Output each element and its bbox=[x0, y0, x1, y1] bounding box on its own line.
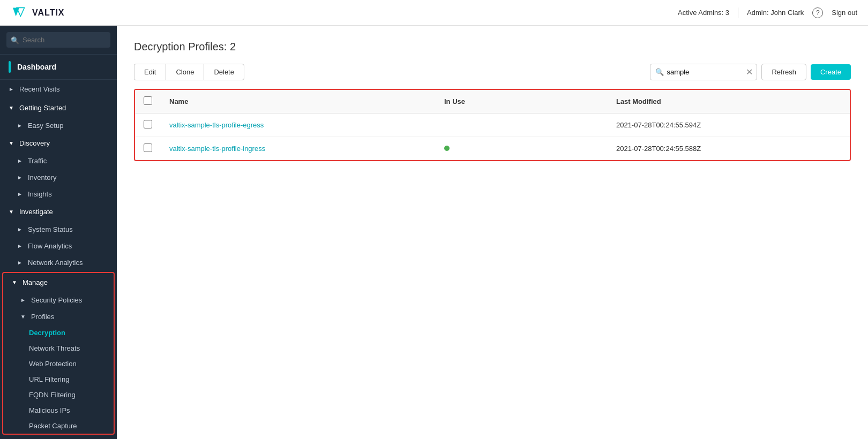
sidebar-item-manage[interactable]: ▼ Manage bbox=[3, 273, 114, 292]
chevron-right-icon: ► bbox=[17, 243, 23, 249]
row-checkbox-1[interactable] bbox=[144, 143, 152, 152]
manage-label: Manage bbox=[23, 278, 48, 286]
sidebar-item-traffic[interactable]: ► Traffic bbox=[0, 153, 117, 169]
web-protection-label: Web Protection bbox=[29, 360, 77, 368]
sidebar-item-log-forwarding[interactable]: Log Forwarding bbox=[0, 436, 117, 439]
col-header-name: Name bbox=[161, 90, 436, 113]
search-clear-button[interactable]: ✕ bbox=[746, 68, 753, 77]
sidebar-item-decryption[interactable]: Decryption bbox=[3, 325, 114, 340]
traffic-label: Traffic bbox=[28, 157, 47, 165]
dashboard-indicator bbox=[9, 61, 11, 73]
sidebar-item-system-status[interactable]: ► System Status bbox=[0, 221, 117, 238]
chevron-right-icon: ► bbox=[17, 191, 23, 197]
dashboard-label: Dashboard bbox=[17, 63, 56, 71]
search-input[interactable] bbox=[6, 32, 110, 48]
chevron-right-icon: ► bbox=[9, 86, 14, 92]
url-filtering-label: URL Filtering bbox=[29, 375, 69, 383]
select-all-header bbox=[135, 90, 161, 113]
fqdn-filtering-label: FQDN Filtering bbox=[29, 391, 76, 399]
logo-text: VALTIX bbox=[32, 8, 65, 18]
sidebar-item-network-analytics[interactable]: ► Network Analytics bbox=[0, 254, 117, 271]
chevron-right-icon: ► bbox=[17, 260, 23, 266]
sidebar-item-malicious-ips[interactable]: Malicious IPs bbox=[3, 403, 114, 418]
system-status-label: System Status bbox=[28, 225, 73, 233]
discovery-label: Discovery bbox=[19, 139, 50, 147]
col-header-lastmod: Last Modified bbox=[608, 90, 850, 113]
sidebar-item-discovery[interactable]: ▼ Discovery bbox=[0, 134, 117, 153]
refresh-button[interactable]: Refresh bbox=[761, 64, 806, 80]
chevron-down-icon: ▼ bbox=[9, 105, 14, 111]
sidebar-item-profiles[interactable]: ▼ Profiles bbox=[3, 308, 114, 325]
signout-link[interactable]: Sign out bbox=[832, 9, 857, 17]
create-button[interactable]: Create bbox=[811, 64, 851, 80]
easy-setup-label: Easy Setup bbox=[28, 122, 64, 130]
sidebar-search-section: 🔍 bbox=[0, 26, 117, 55]
row-checkbox-cell bbox=[135, 137, 161, 161]
decryption-label: Decryption bbox=[29, 329, 65, 337]
table-row: valtix-sample-tls-profile-ingress2021-07… bbox=[135, 137, 850, 161]
col-header-inuse: In Use bbox=[436, 90, 608, 113]
search-wrapper: 🔍 bbox=[6, 32, 110, 48]
edit-button[interactable]: Edit bbox=[134, 64, 166, 80]
profiles-table: Name In Use Last Modified valtix-sample-… bbox=[135, 90, 850, 160]
sidebar-item-insights[interactable]: ► Insights bbox=[0, 186, 117, 202]
select-all-checkbox[interactable] bbox=[144, 96, 152, 105]
table-body: valtix-sample-tls-profile-egress2021-07-… bbox=[135, 113, 850, 161]
sidebar-item-flow-analytics[interactable]: ► Flow Analytics bbox=[0, 238, 117, 254]
insights-label: Insights bbox=[28, 190, 52, 198]
table-row: valtix-sample-tls-profile-egress2021-07-… bbox=[135, 113, 850, 137]
investigate-label: Investigate bbox=[19, 208, 53, 216]
chevron-right-icon: ► bbox=[17, 158, 23, 164]
toolbar-search-icon: 🔍 bbox=[655, 68, 664, 76]
chevron-right-icon: ► bbox=[17, 175, 23, 180]
packet-capture-label: Packet Capture bbox=[29, 422, 77, 430]
chevron-right-icon: ► bbox=[20, 297, 26, 303]
sidebar-item-recent-visits[interactable]: ► Recent Visits bbox=[0, 80, 117, 99]
sidebar-item-dashboard[interactable]: Dashboard bbox=[0, 55, 117, 80]
chevron-right-icon: ► bbox=[17, 123, 23, 128]
sidebar-manage-highlight: ▼ Manage ► Security Policies ▼ Profiles … bbox=[2, 272, 115, 435]
help-button[interactable]: ? bbox=[812, 7, 823, 18]
recent-visits-label: Recent Visits bbox=[19, 85, 60, 93]
profiles-table-container: Name In Use Last Modified valtix-sample-… bbox=[134, 89, 851, 161]
delete-button[interactable]: Delete bbox=[204, 64, 244, 80]
sidebar-item-security-policies[interactable]: ► Security Policies bbox=[3, 292, 114, 308]
sidebar-item-easy-setup[interactable]: ► Easy Setup bbox=[0, 117, 117, 134]
row-name-cell: valtix-sample-tls-profile-ingress bbox=[161, 137, 436, 161]
chevron-down-icon: ▼ bbox=[12, 279, 17, 285]
topbar: VALTIX Active Admins: 3 Admin: John Clar… bbox=[0, 0, 868, 26]
security-policies-label: Security Policies bbox=[31, 296, 82, 304]
clone-button[interactable]: Clone bbox=[166, 64, 204, 80]
profiles-label: Profiles bbox=[31, 313, 54, 321]
toolbar-search-input[interactable] bbox=[650, 64, 757, 80]
logo: VALTIX bbox=[11, 4, 65, 21]
topbar-divider bbox=[738, 7, 738, 18]
sidebar-item-inventory[interactable]: ► Inventory bbox=[0, 169, 117, 186]
layout: 🔍 Dashboard ► Recent Visits ▼ Getting St… bbox=[0, 26, 868, 439]
row-lastmod-cell: 2021-07-28T00:24:55.594Z bbox=[608, 113, 850, 137]
sidebar-item-network-threats[interactable]: Network Threats bbox=[3, 340, 114, 356]
page-title: Decryption Profiles: 2 bbox=[134, 41, 851, 53]
row-checkbox-0[interactable] bbox=[144, 120, 152, 128]
sidebar: 🔍 Dashboard ► Recent Visits ▼ Getting St… bbox=[0, 26, 117, 439]
sidebar-item-url-filtering[interactable]: URL Filtering bbox=[3, 372, 114, 387]
active-admins-label: Active Admins: 3 bbox=[678, 9, 729, 17]
toolbar-search-wrapper: 🔍 ✕ bbox=[650, 64, 757, 80]
network-threats-label: Network Threats bbox=[29, 344, 80, 352]
in-use-indicator bbox=[444, 146, 450, 151]
sidebar-item-investigate[interactable]: ▼ Investigate bbox=[0, 202, 117, 221]
sidebar-item-fqdn-filtering[interactable]: FQDN Filtering bbox=[3, 387, 114, 403]
profile-link-0[interactable]: valtix-sample-tls-profile-egress bbox=[169, 121, 264, 129]
flow-analytics-label: Flow Analytics bbox=[28, 242, 72, 250]
chevron-down-icon: ▼ bbox=[9, 140, 14, 146]
main-content: Decryption Profiles: 2 Edit Clone Delete… bbox=[117, 26, 868, 439]
sidebar-item-packet-capture[interactable]: Packet Capture bbox=[3, 418, 114, 434]
profile-link-1[interactable]: valtix-sample-tls-profile-ingress bbox=[169, 145, 265, 153]
valtix-logo-icon bbox=[11, 4, 28, 21]
admin-label: Admin: John Clark bbox=[747, 9, 804, 17]
table-header: Name In Use Last Modified bbox=[135, 90, 850, 113]
sidebar-item-web-protection[interactable]: Web Protection bbox=[3, 356, 114, 372]
row-lastmod-cell: 2021-07-28T00:24:55.588Z bbox=[608, 137, 850, 161]
sidebar-item-getting-started[interactable]: ▼ Getting Started bbox=[0, 99, 117, 117]
chevron-down-icon: ▼ bbox=[9, 209, 14, 215]
